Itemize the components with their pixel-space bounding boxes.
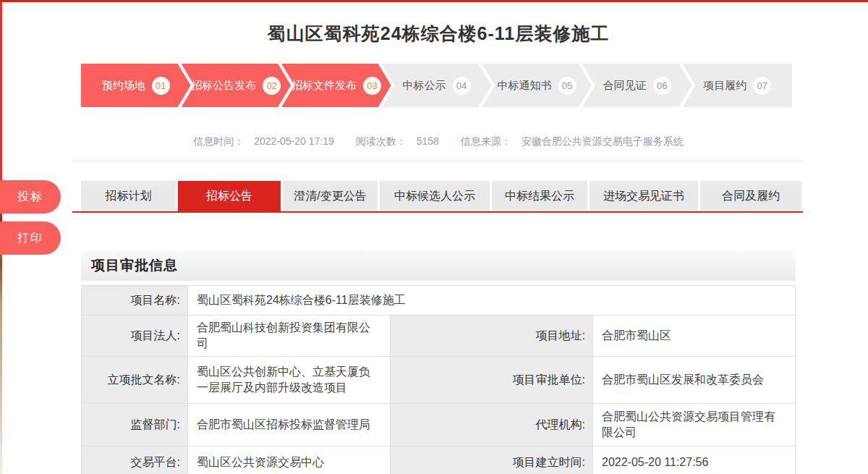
table-row: 交易平台: 蜀山区公共资源交易中心 项目建立时间: 2022-05-20 11:…	[82, 447, 796, 474]
step-announcement-published: 招标公告发布 02	[182, 64, 292, 107]
bid-button[interactable]: 投标	[0, 180, 61, 213]
step-number-badge: 04	[453, 77, 471, 95]
table-row: 项目法人: 合肥蜀山科技创新投资集团有限公司 项目地址: 合肥市蜀山区	[82, 316, 796, 357]
field-value-project-address: 合肥市蜀山区	[593, 316, 796, 357]
tab-clarification-change[interactable]: 澄清/变更公告	[283, 181, 378, 211]
field-label-approval-authority: 项目审批单位:	[391, 357, 593, 404]
field-value-approval-document: 蜀山区公共创新中心、立基天厦负一层展厅及内部升级改造项目	[188, 357, 391, 404]
tab-entry-transaction-certificate[interactable]: 进场交易见证书	[590, 181, 698, 211]
field-value-project-creation-time: 2022-05-20 11:27:56	[593, 447, 796, 474]
field-value-agency: 合肥蜀山公共资源交易项目管理有限公司	[593, 404, 796, 447]
step-label: 预约场地	[102, 79, 145, 93]
field-label-project-name: 项目名称:	[82, 286, 188, 316]
view-count-label: 阅读次数：	[356, 135, 407, 147]
print-button[interactable]: 打印	[0, 221, 61, 255]
info-time-label: 信息时间：	[193, 135, 244, 147]
table-row: 立项批文名称: 蜀山区公共创新中心、立基天厦负一层展厅及内部升级改造项目 项目审…	[82, 357, 796, 404]
step-documents-published: 招标文件发布 03	[281, 64, 391, 107]
field-value-supervision-department: 合肥市蜀山区招标投标监督管理局	[188, 404, 391, 447]
field-label-trading-platform: 交易平台:	[82, 447, 188, 474]
step-label: 项目履约	[703, 79, 746, 93]
project-approval-table: 项目名称: 蜀山区蜀科苑24栋综合楼6-11层装修施工 项目法人: 合肥蜀山科技…	[81, 285, 796, 474]
step-number-badge: 03	[363, 77, 381, 95]
field-value-approval-authority: 合肥市蜀山区发展和改革委员会	[593, 357, 796, 404]
step-number-badge: 05	[558, 77, 576, 95]
view-count-value: 5158	[417, 135, 439, 147]
step-label: 中标通知书	[498, 79, 552, 93]
category-tabs: 招标计划 招标公告 澄清/变更公告 中标候选人公示 中标结果公示 进场交易见证书…	[81, 181, 801, 211]
field-value-legal-person: 合肥蜀山科技创新投资集团有限公司	[188, 316, 391, 357]
tab-candidate-publicity[interactable]: 中标候选人公示	[380, 181, 490, 211]
field-label-supervision-department: 监督部门:	[82, 404, 188, 447]
tab-bidding-announcement[interactable]: 招标公告	[178, 181, 281, 211]
section-header-project-approval: 项目审批信息	[81, 250, 796, 281]
page-top-border	[0, 0, 868, 2]
step-number-badge: 02	[263, 77, 281, 95]
tabs-red-underline	[72, 211, 803, 213]
field-label-agency: 代理机构:	[391, 404, 593, 447]
step-label: 招标文件发布	[292, 79, 357, 93]
field-value-trading-platform: 蜀山区公共资源交易中心	[188, 447, 391, 474]
tab-result-publicity[interactable]: 中标结果公示	[492, 181, 587, 211]
field-label-legal-person: 项目法人:	[82, 316, 188, 357]
info-time-value: 2022-05-20 17:19	[254, 135, 334, 147]
step-label: 中标公示	[403, 79, 446, 93]
step-number-badge: 01	[152, 77, 170, 95]
tab-contract-performance[interactable]: 合同及履约	[700, 181, 801, 211]
field-label-project-creation-time: 项目建立时间:	[391, 447, 593, 474]
table-row: 项目名称: 蜀山区蜀科苑24栋综合楼6-11层装修施工	[82, 286, 796, 316]
field-label-approval-document: 立项批文名称:	[82, 357, 188, 404]
step-contract-witness: 合同见证 06	[582, 64, 692, 107]
info-source-value: 安徽合肥公共资源交易电子服务系统	[522, 135, 684, 147]
step-reserve-venue: 预约场地 01	[81, 64, 191, 107]
step-label: 招标公告发布	[191, 79, 256, 93]
step-winner-publicity: 中标公示 04	[382, 64, 492, 107]
step-award-notice: 中标通知书 05	[482, 64, 592, 107]
tab-bidding-plan[interactable]: 招标计划	[81, 181, 176, 211]
section-title: 项目审批信息	[81, 256, 178, 275]
field-label-project-address: 项目地址:	[391, 316, 593, 357]
table-row: 监督部门: 合肥市蜀山区招标投标监督管理局 代理机构: 合肥蜀山公共资源交易项目…	[82, 404, 796, 447]
horizontal-divider	[72, 161, 803, 161]
info-meta-line: 信息时间：2022-05-20 17:19 阅读次数：5158 信息来源：安徽合…	[81, 135, 796, 148]
info-source-label: 信息来源：	[461, 135, 511, 147]
step-project-performance: 项目履约 07	[682, 64, 792, 107]
page-title: 蜀山区蜀科苑24栋综合楼6-11层装修施工	[81, 22, 796, 46]
step-number-badge: 06	[653, 77, 671, 95]
step-number-badge: 07	[753, 77, 771, 95]
progress-stepbar: 预约场地 01 招标公告发布 02 招标文件发布 03 中标公示 04 中标通知…	[81, 64, 792, 107]
step-label: 合同见证	[603, 79, 647, 93]
field-value-project-name: 蜀山区蜀科苑24栋综合楼6-11层装修施工	[188, 286, 796, 316]
